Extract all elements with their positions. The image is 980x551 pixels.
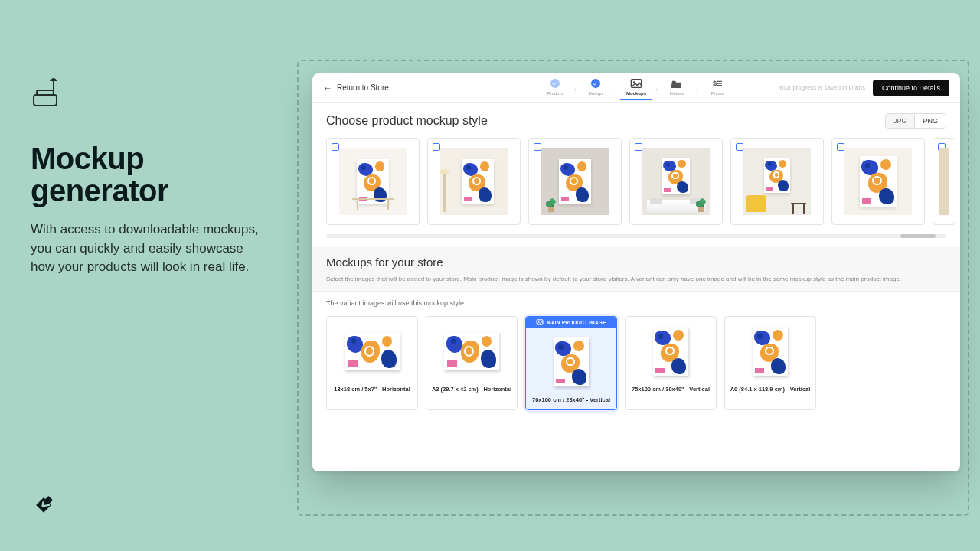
store-variant-card[interactable]: A3 (29.7 x 42 cm) - Horizontal [426,316,518,410]
variant-thumbnail [725,317,815,381]
price-icon: $ [711,77,724,90]
folder-icon [671,77,683,90]
chevron-right-icon: › [574,86,577,93]
variant-note: The variant images will use this mockup … [312,292,960,308]
store-mockups-heading: Mockups for your store [326,256,946,269]
checkbox[interactable] [635,143,642,151]
checkbox[interactable] [433,143,440,151]
svg-rect-0 [34,95,57,106]
image-icon [630,77,642,90]
choose-style-heading: Choose product mockup style [326,114,488,128]
step-product[interactable]: Product [539,76,571,96]
check-icon [591,79,600,88]
store-variant-card[interactable]: 75x100 cm / 30x40" - Vertical [625,316,717,410]
variant-label: A0 (84.1 x 118.9 cm) - Vertical [727,381,814,399]
return-label: Return to Store [337,83,389,92]
store-mockups-section: Mockups for your store Select the images… [312,246,960,292]
arrow-left-icon: ← [323,83,332,93]
step-prices[interactable]: $ Prices [701,76,733,96]
return-to-store-link[interactable]: ← Return to Store [323,83,389,93]
step-details[interactable]: Details [661,76,693,96]
variant-label: 75x100 cm / 30x40" - Vertical [629,381,713,399]
store-variant-card[interactable]: MAIN PRODUCT IMAGE70x100 cm / 28x40" - V… [525,316,617,410]
continue-button[interactable]: Continue to Details [873,80,949,96]
mockup-style-card[interactable] [528,138,622,225]
variant-thumbnail [327,317,417,381]
checkbox[interactable] [837,143,844,151]
promo-title: Mockup generator [31,142,260,207]
store-variant-card[interactable]: A0 (84.1 x 118.9 cm) - Vertical [724,316,816,410]
format-jpg[interactable]: JPG [886,114,915,128]
main-product-badge: MAIN PRODUCT IMAGE [526,317,616,328]
draft-status: Your progress is saved in Drafts [779,84,865,91]
chevron-right-icon: › [655,86,658,93]
choose-style-section: Choose product mockup style JPG PNG [312,103,960,129]
variant-label: 70x100 cm / 28x40" - Vertical [529,392,613,409]
mockup-style-card[interactable] [427,138,521,225]
promo-panel: Mockup generator With access to download… [31,77,260,277]
check-icon [550,79,560,88]
progress-steps: Product › Design › Mockups › Details [539,76,733,100]
gallery-scrollbar[interactable] [326,234,946,238]
step-mockups[interactable]: Mockups [620,76,652,100]
step-design[interactable]: Design [580,76,612,96]
topbar: ← Return to Store Product › Design › Moc… [312,73,960,103]
lamp-icon [31,77,260,112]
variant-thumbnail [426,317,517,381]
checkbox[interactable] [736,143,743,151]
image-icon [536,319,544,325]
mockup-style-card[interactable] [629,138,723,225]
scrollbar-thumb[interactable] [900,234,936,238]
chevron-right-icon: › [696,86,698,93]
chevron-right-icon: › [615,86,617,93]
mockup-style-card[interactable] [326,138,420,225]
mockup-style-card[interactable] [730,138,824,225]
store-mockups-help: Select the images that will be added to … [326,275,946,283]
mockup-style-card[interactable] [831,138,925,225]
app-window: ← Return to Store Product › Design › Moc… [312,73,960,471]
svg-text:$: $ [713,80,717,87]
variant-thumbnail [626,317,716,381]
checkbox[interactable] [332,143,339,151]
mockup-style-card[interactable] [933,138,956,225]
store-variant-card[interactable]: 13x18 cm / 5x7" - Horizontal [326,316,418,410]
checkbox[interactable] [534,143,541,151]
brand-logo [31,491,57,520]
variant-thumbnail [526,328,616,392]
svg-rect-1 [37,90,54,95]
mockup-style-gallery[interactable] [312,129,960,231]
promo-description: With access to downloadable mockups, you… [31,220,260,277]
store-variants-row: 13x18 cm / 5x7" - HorizontalA3 (29.7 x 4… [312,308,960,422]
format-toggle[interactable]: JPG PNG [885,113,946,129]
variant-label: A3 (29.7 x 42 cm) - Horizontal [429,381,514,399]
variant-label: 13x18 cm / 5x7" - Horizontal [331,381,413,399]
format-png[interactable]: PNG [914,114,946,128]
